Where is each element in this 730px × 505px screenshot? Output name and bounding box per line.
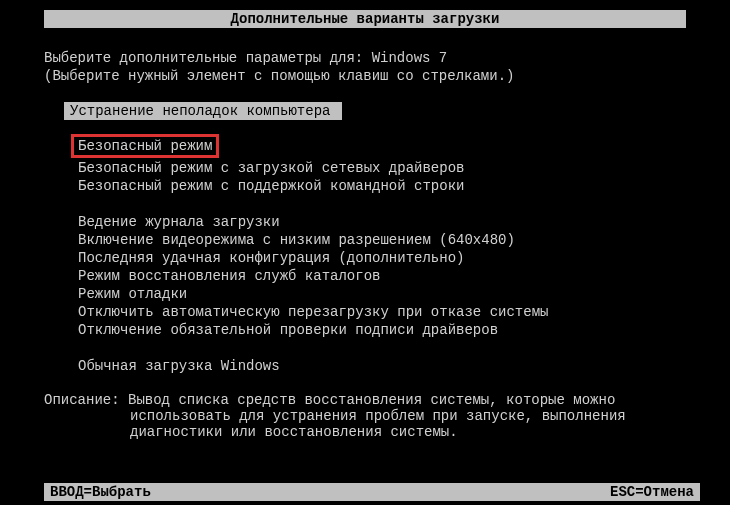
instruction-line-1: Выберите дополнительные параметры для: W… [44, 50, 686, 66]
footer-bar: ВВОД=Выбрать ESC=Отмена [44, 483, 700, 501]
instruction-prefix: Выберите дополнительные параметры для: [44, 50, 372, 66]
boot-options-list: Безопасный режим Безопасный режим с загр… [78, 134, 686, 374]
description-line-2: использовать для устранения проблем при … [130, 408, 686, 424]
instruction-line-2: (Выберите нужный элемент с помощью клави… [44, 68, 686, 84]
menu-item-safe-mode-cmd[interactable]: Безопасный режим с поддержкой командной … [78, 178, 686, 194]
menu-item-last-known-good[interactable]: Последняя удачная конфигурация (дополнит… [78, 250, 686, 266]
menu-item-safe-mode-network[interactable]: Безопасный режим с загрузкой сетевых дра… [78, 160, 686, 176]
title-bar: Дополнительные варианты загрузки [44, 10, 686, 28]
menu-item-ds-restore[interactable]: Режим восстановления служб каталогов [78, 268, 686, 284]
footer-esc-hint: ESC=Отмена [610, 484, 694, 500]
menu-item-safe-mode[interactable]: Безопасный режим [71, 134, 219, 158]
selected-option-repair[interactable]: Устранение неполадок компьютера [64, 102, 342, 120]
description-line-3: диагностики или восстановления системы. [130, 424, 686, 440]
menu-item-low-res-video[interactable]: Включение видеорежима с низким разрешени… [78, 232, 686, 248]
menu-item-disable-driver-sig[interactable]: Отключение обязательной проверки подписи… [78, 322, 686, 338]
os-name: Windows 7 [372, 50, 448, 66]
description-line-1: Вывод списка средств восстановления сист… [128, 392, 615, 408]
footer-enter-hint: ВВОД=Выбрать [50, 484, 151, 500]
menu-item-boot-logging[interactable]: Ведение журнала загрузки [78, 214, 686, 230]
menu-item-normal-boot[interactable]: Обычная загрузка Windows [78, 358, 686, 374]
description-label: Описание: [44, 392, 128, 408]
menu-item-debug-mode[interactable]: Режим отладки [78, 286, 686, 302]
menu-item-disable-auto-restart[interactable]: Отключить автоматическую перезагрузку пр… [78, 304, 686, 320]
description-block: Описание: Вывод списка средств восстанов… [44, 392, 686, 440]
instruction-block: Выберите дополнительные параметры для: W… [44, 50, 686, 84]
